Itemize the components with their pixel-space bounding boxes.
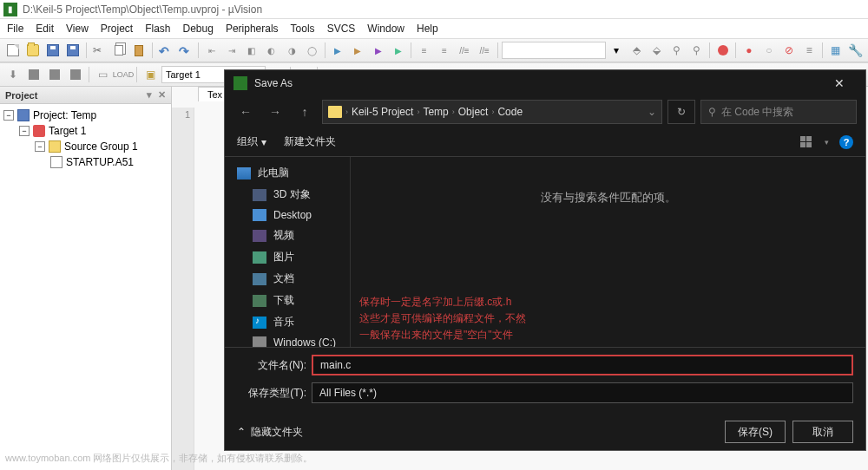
rebuild-button[interactable] xyxy=(45,65,64,84)
app-icon xyxy=(3,3,17,16)
menu-window[interactable]: Window xyxy=(367,23,404,35)
view-mode-button[interactable] xyxy=(800,136,814,148)
sidebar-3d-objects[interactable]: 3D 对象 xyxy=(225,184,350,206)
filetype-select[interactable] xyxy=(312,382,853,403)
menu-help[interactable]: Help xyxy=(417,23,438,35)
sidebar-item-label: Windows (C:) xyxy=(273,336,336,347)
sidebar-item-label: 此电脑 xyxy=(258,166,289,180)
marker4-button[interactable]: ▶ xyxy=(389,41,407,60)
paste-button[interactable] xyxy=(130,41,148,60)
sidebar-drive-c[interactable]: Windows (C:) xyxy=(225,333,350,347)
tree-root[interactable]: − Project: Temp xyxy=(3,108,168,123)
path-segment[interactable]: Keil-5 Project xyxy=(352,106,413,118)
close-button[interactable]: ✕ xyxy=(822,70,857,96)
find-in-files-button[interactable]: ⚲ xyxy=(667,41,686,60)
marker2-button[interactable]: ▶ xyxy=(349,41,367,60)
bookmark-next-button[interactable]: ◑ xyxy=(282,41,300,60)
tree-group-label: Source Group 1 xyxy=(64,140,138,153)
marker1-button[interactable]: ▶ xyxy=(329,41,347,60)
path-segment[interactable]: Code xyxy=(497,106,523,118)
image-icon xyxy=(253,251,266,264)
sidebar-documents[interactable]: 文档 xyxy=(225,268,350,290)
build-button[interactable] xyxy=(24,65,43,84)
download-icon xyxy=(253,295,266,307)
undo-button[interactable]: ↶ xyxy=(156,41,174,60)
organize-button[interactable]: 组织 ▾ xyxy=(237,134,266,149)
find-input[interactable] xyxy=(502,42,606,59)
find-dropdown[interactable]: ▾ xyxy=(608,41,626,60)
redo-button[interactable]: ↷ xyxy=(176,41,194,60)
tree-file[interactable]: STARTUP.A51 xyxy=(3,154,168,170)
sidebar-downloads[interactable]: 下载 xyxy=(225,290,350,311)
tree-toggle-icon[interactable]: − xyxy=(19,126,30,136)
menu-flash[interactable]: Flash xyxy=(145,23,170,35)
bp-disable-button[interactable]: ○ xyxy=(760,41,778,60)
nav-up-button[interactable]: ↑ xyxy=(293,100,317,124)
bp-kill-button[interactable]: ⊘ xyxy=(780,41,799,60)
nav-back-button[interactable]: ← xyxy=(233,100,258,124)
bookmark-clear-button[interactable]: ◯ xyxy=(303,41,321,60)
tree-group[interactable]: − Source Group 1 xyxy=(3,139,168,154)
comment-button[interactable]: //≡ xyxy=(455,41,473,60)
menu-view[interactable]: View xyxy=(66,23,89,35)
sidebar-pictures[interactable]: 图片 xyxy=(225,246,350,268)
window-layout-button[interactable]: ▦ xyxy=(826,41,845,60)
filename-input[interactable] xyxy=(312,355,853,375)
menu-svcs[interactable]: SVCS xyxy=(327,23,356,35)
project-panel: Project − Project: Temp − Target 1 − Sou… xyxy=(0,87,172,470)
help-button[interactable]: ? xyxy=(839,135,853,149)
view-dropdown[interactable]: ▾ xyxy=(825,138,829,147)
marker3-button[interactable]: ▶ xyxy=(369,41,387,60)
debug-button[interactable] xyxy=(713,41,732,60)
new-file-button[interactable] xyxy=(3,41,22,60)
sidebar-this-pc[interactable]: 此电脑 xyxy=(225,162,350,184)
breadcrumb[interactable]: › Keil-5 Project › Temp › Object › Code … xyxy=(322,100,662,124)
find-next-button[interactable]: ⬙ xyxy=(648,41,666,60)
batch-build-button[interactable] xyxy=(66,65,85,84)
cut-button[interactable]: ✂ xyxy=(89,41,108,60)
search-placeholder: 在 Code 中搜索 xyxy=(721,105,793,120)
uncomment-button[interactable]: //≡ xyxy=(476,41,494,60)
copy-button[interactable] xyxy=(110,41,128,60)
nav-forward-button[interactable]: → xyxy=(263,100,287,124)
indent-left-button[interactable]: ⇤ xyxy=(202,41,220,60)
new-folder-button[interactable]: 新建文件夹 xyxy=(284,134,336,149)
bp-list-button[interactable]: ≡ xyxy=(800,41,819,60)
path-segment[interactable]: Temp xyxy=(423,106,448,118)
path-segment[interactable]: Object xyxy=(458,106,489,118)
chevron-right-icon: › xyxy=(345,108,348,116)
indent-right-button[interactable]: ⇥ xyxy=(222,41,240,60)
translate-button[interactable]: ⬇ xyxy=(3,65,23,84)
sidebar-desktop[interactable]: Desktop xyxy=(225,206,350,225)
menu-tools[interactable]: Tools xyxy=(291,23,315,35)
find-prev-button[interactable]: ⬘ xyxy=(628,41,646,60)
search-input[interactable]: ⚲ 在 Code 中搜索 xyxy=(700,100,857,124)
menu-debug[interactable]: Debug xyxy=(183,23,214,35)
menu-peripherals[interactable]: Peripherals xyxy=(226,23,279,35)
save-all-button[interactable] xyxy=(63,41,82,60)
save-button[interactable] xyxy=(43,41,62,60)
menu-project[interactable]: Project xyxy=(101,23,133,35)
incremental-find-button[interactable]: ⚲ xyxy=(687,41,706,60)
tree-toggle-icon[interactable]: − xyxy=(35,141,45,152)
refresh-button[interactable]: ↻ xyxy=(667,100,695,124)
tree-toggle-icon[interactable]: − xyxy=(3,110,14,121)
indent-button[interactable]: ≡ xyxy=(435,41,453,60)
menu-file[interactable]: File xyxy=(7,23,23,35)
menu-edit[interactable]: Edit xyxy=(36,23,54,35)
sidebar-videos[interactable]: 视频 xyxy=(225,225,350,246)
sidebar-music[interactable]: 音乐 xyxy=(225,311,350,333)
tree-target[interactable]: − Target 1 xyxy=(3,123,168,139)
bookmark-button[interactable]: ◧ xyxy=(242,41,260,60)
download-button[interactable]: LOAD xyxy=(114,65,133,84)
stop-build-button[interactable]: ▭ xyxy=(93,65,112,84)
configure-button[interactable]: 🔧 xyxy=(846,41,865,60)
path-dropdown[interactable]: ⌄ xyxy=(648,106,656,118)
breakpoint-button[interactable]: ● xyxy=(740,41,758,60)
bookmark-prev-button[interactable]: ◐ xyxy=(262,41,280,60)
save-button[interactable]: 保存(S) xyxy=(725,421,786,443)
hide-folders-button[interactable]: ⌃ 隐藏文件夹 xyxy=(237,425,303,440)
open-file-button[interactable] xyxy=(23,41,42,60)
outdent-button[interactable]: ≡ xyxy=(415,41,433,60)
cancel-button[interactable]: 取消 xyxy=(792,421,853,443)
